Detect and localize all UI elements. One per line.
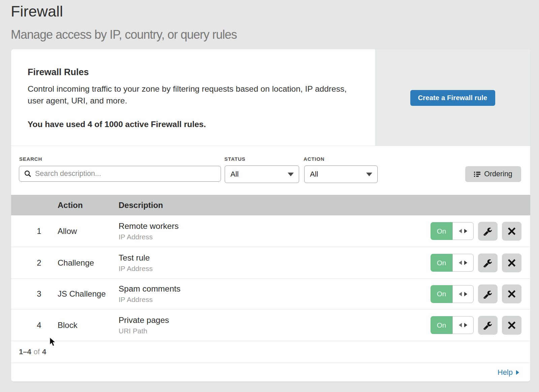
card-top-text: Firewall Rules Control incoming traffic …	[11, 49, 375, 146]
rule-controls: On	[431, 253, 521, 272]
create-firewall-rule-button[interactable]: Create a Firewall rule	[410, 90, 495, 106]
close-x-icon	[508, 259, 516, 267]
close-x-icon	[508, 321, 516, 329]
rule-field: URI Path	[119, 327, 169, 335]
rule-controls: On	[431, 284, 521, 303]
panel-heading: Firewall Rules	[28, 68, 89, 77]
toggle-handle	[452, 316, 474, 334]
rule-enabled-toggle[interactable]: On	[431, 254, 474, 272]
toggle-left-arrow-icon	[459, 261, 462, 265]
column-header-action: Action	[58, 201, 83, 210]
rule-description-block: Spam comments IP Address	[119, 284, 181, 304]
rule-description: Test rule	[119, 253, 153, 263]
action-select-value: All	[310, 170, 366, 179]
card-top-section: Firewall Rules Control incoming traffic …	[11, 49, 530, 146]
rule-field: IP Address	[119, 264, 153, 273]
list-ordering-icon	[474, 172, 480, 177]
rule-description: Private pages	[119, 315, 169, 325]
rule-controls: On	[431, 316, 521, 335]
rule-field: IP Address	[119, 295, 181, 304]
ordering-button[interactable]: Ordering	[465, 166, 521, 182]
chevron-down-icon	[288, 173, 294, 176]
rule-priority: 4	[25, 309, 54, 341]
status-select-value: All	[230, 170, 288, 179]
status-select[interactable]: All	[225, 165, 299, 183]
rule-action: Allow	[58, 215, 117, 247]
toggle-right-arrow-icon	[464, 292, 467, 296]
rule-description-block: Remote workers IP Address	[119, 221, 179, 241]
rule-description-block: Private pages URI Path	[119, 315, 169, 335]
pagination-of: of	[34, 348, 40, 356]
rule-action: Block	[58, 309, 117, 341]
wrench-icon	[483, 227, 493, 236]
help-link[interactable]: Help	[498, 368, 519, 377]
toggle-right-arrow-icon	[464, 229, 467, 233]
edit-rule-button[interactable]	[478, 253, 498, 272]
rule-field: IP Address	[119, 233, 179, 241]
pagination-range: 1–4	[19, 348, 31, 356]
status-label: STATUS	[224, 156, 246, 162]
toggle-handle	[452, 222, 474, 240]
action-label: ACTION	[304, 156, 324, 162]
pagination-status: 1–4 of 4	[11, 341, 530, 363]
toggle-handle	[452, 254, 474, 272]
table-header: Action Description	[11, 195, 530, 215]
table-row: 1 Allow Remote workers IP Address On	[11, 215, 530, 247]
delete-rule-button[interactable]	[502, 316, 521, 335]
rule-description: Remote workers	[119, 221, 179, 231]
search-input[interactable]	[31, 166, 221, 181]
firewall-page: { "page": { "title": "Firewall", "subtit…	[0, 0, 539, 392]
firewall-rules-card: Firewall Rules Control incoming traffic …	[11, 49, 530, 382]
help-arrow-icon	[516, 370, 519, 375]
wrench-icon	[483, 290, 493, 299]
table-row: 3 JS Challenge Spam comments IP Address …	[11, 279, 530, 309]
delete-rule-button[interactable]	[502, 222, 521, 241]
edit-rule-button[interactable]	[478, 284, 498, 303]
rule-priority: 2	[25, 247, 54, 278]
toggle-left-arrow-icon	[459, 323, 462, 327]
rule-priority: 3	[25, 279, 54, 309]
toggle-on-label: On	[431, 285, 452, 303]
edit-rule-button[interactable]	[478, 316, 498, 335]
rule-enabled-toggle[interactable]: On	[431, 222, 474, 240]
wrench-icon	[483, 258, 493, 267]
rule-priority: 1	[25, 215, 54, 247]
delete-rule-button[interactable]	[502, 284, 521, 303]
panel-usage: You have used 4 of 1000 active Firewall …	[28, 120, 206, 129]
toggle-right-arrow-icon	[464, 261, 467, 265]
toggle-on-label: On	[431, 222, 452, 240]
rule-controls: On	[431, 222, 521, 241]
search-label: SEARCH	[19, 156, 42, 162]
page-subtitle: Manage access by IP, country, or query r…	[11, 29, 237, 41]
search-box	[19, 166, 221, 182]
close-x-icon	[508, 290, 516, 298]
rule-action: JS Challenge	[58, 279, 117, 309]
toggle-on-label: On	[431, 316, 452, 334]
table-row: 4 Block Private pages URI Path On	[11, 309, 530, 341]
search-icon	[24, 170, 31, 177]
table-row: 2 Challenge Test rule IP Address On	[11, 247, 530, 279]
page-title: Firewall	[11, 4, 63, 19]
toggle-handle	[452, 285, 474, 303]
help-link-label: Help	[498, 368, 513, 377]
delete-rule-button[interactable]	[502, 253, 521, 272]
rule-description-block: Test rule IP Address	[119, 253, 153, 273]
rule-action: Challenge	[58, 247, 117, 278]
create-rule-panel: Create a Firewall rule	[375, 49, 530, 146]
column-header-description: Description	[119, 201, 163, 210]
toggle-left-arrow-icon	[459, 229, 462, 233]
rule-description: Spam comments	[119, 284, 181, 294]
toggle-left-arrow-icon	[459, 292, 462, 296]
edit-rule-button[interactable]	[478, 222, 498, 241]
help-row: Help	[11, 363, 530, 382]
rule-enabled-toggle[interactable]: On	[431, 316, 474, 334]
toggle-right-arrow-icon	[464, 323, 467, 327]
toggle-on-label: On	[431, 254, 452, 272]
action-select[interactable]: All	[304, 165, 378, 183]
chevron-down-icon	[366, 173, 372, 176]
rules-table-body: 1 Allow Remote workers IP Address On	[11, 215, 530, 341]
ordering-button-label: Ordering	[484, 170, 512, 178]
pagination-total: 4	[42, 348, 46, 356]
rule-enabled-toggle[interactable]: On	[431, 285, 474, 303]
panel-description: Control incoming traffic to your zone by…	[28, 83, 361, 107]
